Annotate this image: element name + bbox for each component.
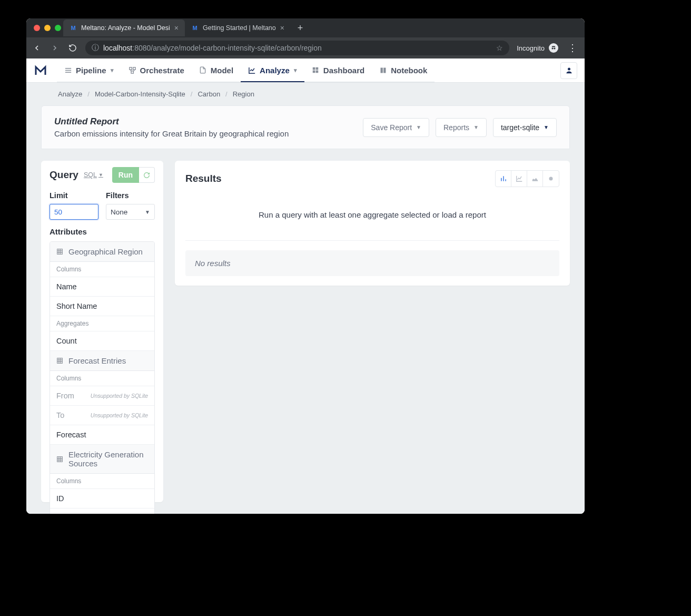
breadcrumb-item[interactable]: Model-Carbon-Intensity-Sqlite (95, 90, 185, 98)
table-icon (56, 248, 63, 255)
breadcrumb-item[interactable]: Carbon (198, 90, 220, 98)
attribute-item[interactable]: Count (50, 331, 154, 351)
svg-point-13 (549, 177, 553, 181)
forward-button[interactable] (50, 44, 60, 52)
button-label: Save Report (371, 123, 412, 132)
area-chart-icon[interactable] (527, 171, 543, 187)
svg-rect-2 (129, 67, 131, 69)
report-subtitle: Carbon emissions intensity for Great Bri… (54, 129, 357, 138)
svg-rect-5 (313, 67, 315, 70)
site-info-icon[interactable]: ⓘ (92, 43, 99, 53)
browser-menu-icon[interactable]: ⋮ (566, 42, 579, 54)
attribute-item[interactable]: ID (50, 489, 154, 509)
query-title: Query (50, 169, 78, 181)
tab-title: Meltano: Analyze - Model Desi (81, 24, 170, 32)
filters-select[interactable]: None ▼ (106, 204, 155, 220)
attribute-label: Forecast (56, 431, 86, 439)
model-icon (199, 66, 208, 74)
attribute-item[interactable]: Entry ID (50, 509, 154, 514)
attribute-item[interactable]: Forecast (50, 425, 154, 445)
report-header: Untitled Report Carbon emissions intensi… (41, 105, 570, 149)
browser-toolbar: ⓘ localhost:8080/analyze/model-carbon-in… (26, 37, 585, 58)
loader-select[interactable]: target-sqlite ▼ (493, 118, 557, 137)
attribute-label: Name (56, 282, 77, 291)
run-button[interactable]: Run (112, 167, 139, 183)
sql-toggle[interactable]: SQL ▼ (84, 171, 103, 179)
back-button[interactable] (32, 44, 42, 52)
svg-rect-11 (57, 358, 63, 364)
incognito-label: Incognito (517, 44, 545, 52)
attribute-item: FromUnsupported by SQLite (50, 386, 154, 406)
svg-rect-4 (131, 71, 133, 73)
attribute-label: From (56, 392, 74, 400)
chevron-down-icon: ▼ (416, 124, 421, 130)
top-nav: Pipeline ▾ Orchestrate Model Analyze ▾ (26, 58, 585, 83)
breadcrumb: Analyze/ Model-Carbon-Intensity-Sqlite/ … (26, 83, 585, 105)
nav-label: Pipeline (76, 66, 106, 75)
nav-label: Notebook (391, 66, 427, 75)
attribute-label: Short Name (56, 302, 97, 310)
breadcrumb-item[interactable]: Analyze (58, 90, 82, 98)
refresh-button[interactable] (139, 167, 155, 183)
breadcrumb-item[interactable]: Region (233, 90, 254, 98)
tab-close-icon[interactable]: × (174, 24, 179, 32)
svg-point-1 (554, 48, 556, 50)
pipeline-icon (64, 66, 73, 74)
svg-point-9 (568, 68, 570, 71)
table-icon (56, 456, 63, 463)
svg-rect-7 (313, 71, 315, 73)
chart-type-toggle (495, 170, 559, 187)
nav-pipeline[interactable]: Pipeline ▾ (57, 58, 121, 82)
limit-input[interactable] (50, 204, 98, 220)
button-label: target-sqlite (501, 123, 539, 132)
attribute-label: Count (56, 337, 77, 345)
reports-dropdown[interactable]: Reports ▼ (436, 118, 487, 137)
svg-point-0 (552, 48, 554, 50)
meltano-logo-icon[interactable] (34, 64, 47, 77)
results-title: Results (185, 173, 222, 184)
button-label: Reports (443, 123, 469, 132)
nav-label: Model (211, 66, 233, 75)
new-tab-button[interactable]: + (293, 23, 308, 34)
attribute-label: To (56, 411, 64, 419)
reload-button[interactable] (67, 44, 78, 52)
line-chart-icon[interactable] (511, 171, 527, 187)
meltano-favicon-icon: M (191, 24, 199, 32)
save-report-button[interactable]: Save Report ▼ (363, 118, 429, 137)
nav-notebook[interactable]: Notebook (372, 58, 435, 82)
results-panel: Results Run a query with at least one ag… (175, 161, 570, 286)
limit-label: Limit (50, 191, 98, 200)
browser-tab[interactable]: M Getting Started | Meltano × (185, 19, 291, 36)
nav-model[interactable]: Model (192, 58, 241, 82)
attribute-group-header[interactable]: Geographical Region (50, 242, 154, 262)
nav-analyze[interactable]: Analyze ▾ (241, 58, 304, 82)
nav-items: Pipeline ▾ Orchestrate Model Analyze ▾ (57, 58, 435, 82)
bookmark-star-icon[interactable]: ☆ (496, 44, 503, 52)
unsupported-badge: Unsupported by SQLite (91, 412, 148, 418)
nav-label: Orchestrate (140, 66, 184, 75)
nav-dashboard[interactable]: Dashboard (304, 58, 372, 82)
browser-tab[interactable]: M Meltano: Analyze - Model Desi × (63, 19, 185, 36)
attribute-item[interactable]: Short Name (50, 297, 154, 316)
workspace: Query SQL ▼ Run Limit (26, 149, 585, 514)
results-hint: Run a query with at least one aggregate … (185, 200, 559, 241)
meltano-favicon-icon: M (70, 24, 77, 32)
address-bar[interactable]: ⓘ localhost:8080/analyze/model-carbon-in… (85, 41, 509, 55)
tab-close-icon[interactable]: × (280, 24, 284, 32)
svg-rect-6 (315, 67, 318, 70)
app-root: Pipeline ▾ Orchestrate Model Analyze ▾ (26, 58, 585, 514)
bar-chart-icon[interactable] (496, 171, 511, 187)
unsupported-badge: Unsupported by SQLite (91, 393, 148, 399)
query-panel: Query SQL ▼ Run Limit (41, 161, 163, 502)
attributes-heading: Attributes (50, 227, 155, 236)
orchestrate-icon (129, 66, 137, 74)
nav-orchestrate[interactable]: Orchestrate (121, 58, 192, 82)
svg-rect-10 (57, 249, 63, 255)
attribute-group-header[interactable]: Electricity Generation Sources (50, 445, 154, 474)
attribute-group-name: Electricity Generation Sources (68, 450, 148, 468)
scatter-chart-icon[interactable] (543, 171, 559, 187)
notebook-icon (379, 66, 388, 74)
attribute-group-header[interactable]: Forecast Entries (50, 351, 154, 371)
user-menu-button[interactable] (560, 62, 577, 79)
attribute-item[interactable]: Name (50, 277, 154, 297)
